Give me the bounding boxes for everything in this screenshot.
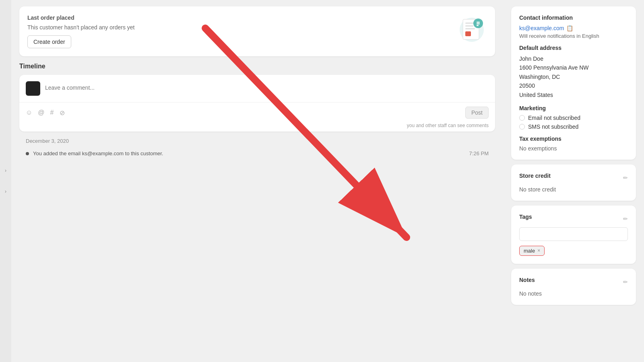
- email-link[interactable]: ks@example.com: [519, 25, 564, 31]
- avatar: [26, 81, 40, 96]
- notes-title: Notes: [519, 277, 535, 283]
- no-orders-text: This customer hasn't placed any orders y…: [27, 24, 451, 31]
- comment-box: ☺ @ # ⊘ Post you and other staff can see…: [19, 75, 495, 132]
- tags-card: Tags ✏ male ×: [511, 206, 636, 264]
- right-panel: Contact information ks@example.com 📋 Wil…: [503, 0, 644, 362]
- email-radio[interactable]: [519, 115, 525, 121]
- last-order-card: Last order placed This customer hasn't p…: [19, 6, 495, 56]
- store-credit-title: Store credit: [519, 173, 551, 179]
- svg-rect-5: [465, 31, 471, 36]
- contact-info-title: Contact information: [519, 14, 628, 21]
- tag-label: male: [524, 248, 535, 254]
- tag-male[interactable]: male ×: [519, 246, 545, 256]
- mention-icon[interactable]: @: [38, 109, 44, 117]
- notes-value: No notes: [519, 290, 628, 297]
- emoji-icon[interactable]: ☺: [26, 109, 32, 117]
- address-text: John Doe 1600 Pennsylvania Ave NW Washin…: [519, 54, 628, 99]
- timeline-time: 7:26 PM: [469, 150, 489, 156]
- svg-rect-4: [465, 28, 475, 29]
- last-order-heading: Last order placed: [27, 14, 451, 21]
- copy-icon[interactable]: 📋: [566, 25, 573, 31]
- address-street: 1600 Pennsylvania Ave NW: [519, 64, 589, 71]
- notes-card: Notes ✏ No notes: [511, 269, 636, 305]
- tax-exemptions-label: Tax exemptions: [519, 136, 628, 142]
- notification-language: Will receive notifications in English: [519, 33, 628, 39]
- notes-edit-icon[interactable]: ✏: [623, 279, 628, 285]
- email-marketing-item: Email not subscribed: [519, 115, 628, 121]
- timeline-event: You added the email ks@example.com to th…: [19, 147, 495, 160]
- link-icon[interactable]: ⊘: [60, 109, 65, 117]
- sms-marketing-item: SMS not subscribed: [519, 123, 628, 130]
- timeline-dot: [26, 152, 29, 155]
- svg-rect-3: [465, 25, 473, 27]
- address-city: Washington, DC: [519, 74, 560, 80]
- hashtag-icon[interactable]: #: [50, 109, 54, 117]
- comment-input[interactable]: [45, 81, 489, 94]
- svg-rect-8: [477, 23, 480, 25]
- store-credit-value: No store credit: [519, 186, 628, 193]
- address-name: John Doe: [519, 56, 543, 62]
- timeline-date: December 3, 2020: [19, 138, 495, 144]
- tags-edit-icon[interactable]: ✏: [623, 216, 628, 222]
- tax-exemptions-value: No exemptions: [519, 145, 628, 152]
- order-illustration: [451, 14, 487, 45]
- address-zip: 20500: [519, 82, 535, 89]
- timeline-event-text: You added the email ks@example.com to th…: [33, 150, 163, 156]
- marketing-label: Marketing: [519, 105, 628, 111]
- svg-rect-7: [477, 22, 480, 23]
- sidebar-toggle-bottom[interactable]: ›: [2, 185, 10, 198]
- contact-info-card: Contact information ks@example.com 📋 Wil…: [511, 6, 636, 160]
- default-address-label: Default address: [519, 45, 628, 51]
- store-credit-card: Store credit ✏ No store credit: [511, 165, 636, 201]
- sidebar-toggle-top[interactable]: ›: [2, 164, 10, 177]
- timeline-heading: Timeline: [19, 63, 495, 70]
- address-country: United States: [519, 92, 553, 98]
- store-credit-edit-icon[interactable]: ✏: [623, 175, 628, 181]
- staff-note: you and other staff can see comments: [19, 123, 495, 132]
- email-marketing-text: Email not subscribed: [528, 115, 580, 121]
- svg-rect-9: [477, 25, 479, 26]
- tag-close-icon[interactable]: ×: [537, 248, 540, 253]
- post-button[interactable]: Post: [465, 107, 489, 119]
- tags-input[interactable]: [519, 227, 628, 241]
- sms-radio[interactable]: [519, 124, 525, 130]
- sms-marketing-text: SMS not subscribed: [528, 123, 578, 130]
- create-order-button[interactable]: Create order: [27, 35, 71, 48]
- tags-title: Tags: [519, 214, 532, 220]
